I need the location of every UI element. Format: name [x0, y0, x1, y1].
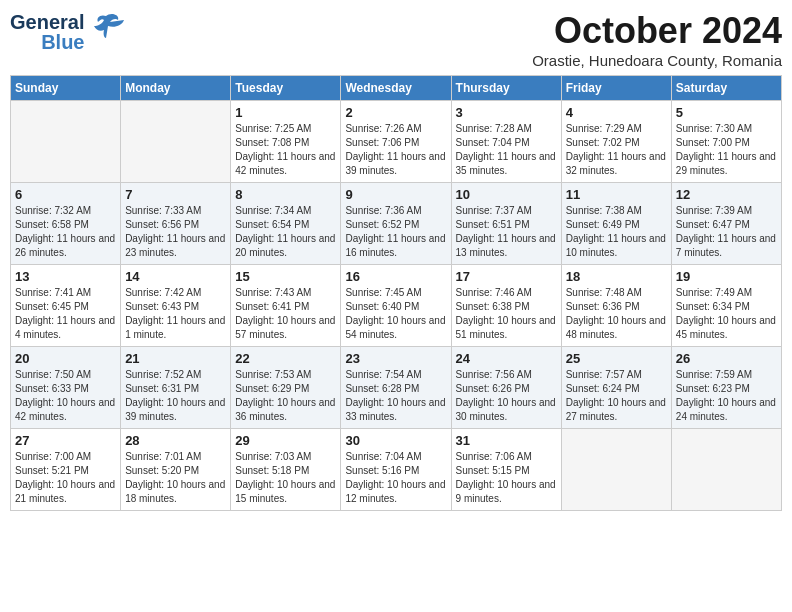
day-cell-12: 12Sunrise: 7:39 AM Sunset: 6:47 PM Dayli…: [671, 183, 781, 265]
day-info: Sunrise: 7:28 AM Sunset: 7:04 PM Dayligh…: [456, 122, 557, 178]
day-info: Sunrise: 7:53 AM Sunset: 6:29 PM Dayligh…: [235, 368, 336, 424]
day-info: Sunrise: 7:59 AM Sunset: 6:23 PM Dayligh…: [676, 368, 777, 424]
header: General Blue October 2024 Orastie, Huned…: [10, 10, 782, 69]
day-number: 29: [235, 433, 336, 448]
day-number: 6: [15, 187, 116, 202]
day-info: Sunrise: 7:30 AM Sunset: 7:00 PM Dayligh…: [676, 122, 777, 178]
day-cell-27: 27Sunrise: 7:00 AM Sunset: 5:21 PM Dayli…: [11, 429, 121, 511]
day-cell-5: 5Sunrise: 7:30 AM Sunset: 7:00 PM Daylig…: [671, 101, 781, 183]
day-cell-8: 8Sunrise: 7:34 AM Sunset: 6:54 PM Daylig…: [231, 183, 341, 265]
col-header-sunday: Sunday: [11, 76, 121, 101]
day-info: Sunrise: 7:00 AM Sunset: 5:21 PM Dayligh…: [15, 450, 116, 506]
day-info: Sunrise: 7:34 AM Sunset: 6:54 PM Dayligh…: [235, 204, 336, 260]
day-cell-6: 6Sunrise: 7:32 AM Sunset: 6:58 PM Daylig…: [11, 183, 121, 265]
day-info: Sunrise: 7:48 AM Sunset: 6:36 PM Dayligh…: [566, 286, 667, 342]
empty-cell: [671, 429, 781, 511]
day-cell-23: 23Sunrise: 7:54 AM Sunset: 6:28 PM Dayli…: [341, 347, 451, 429]
title-area: October 2024 Orastie, Hunedoara County, …: [532, 10, 782, 69]
day-number: 5: [676, 105, 777, 120]
day-info: Sunrise: 7:32 AM Sunset: 6:58 PM Dayligh…: [15, 204, 116, 260]
day-info: Sunrise: 7:43 AM Sunset: 6:41 PM Dayligh…: [235, 286, 336, 342]
week-row-2: 6Sunrise: 7:32 AM Sunset: 6:58 PM Daylig…: [11, 183, 782, 265]
day-info: Sunrise: 7:54 AM Sunset: 6:28 PM Dayligh…: [345, 368, 446, 424]
day-info: Sunrise: 7:50 AM Sunset: 6:33 PM Dayligh…: [15, 368, 116, 424]
day-cell-11: 11Sunrise: 7:38 AM Sunset: 6:49 PM Dayli…: [561, 183, 671, 265]
day-number: 10: [456, 187, 557, 202]
day-info: Sunrise: 7:41 AM Sunset: 6:45 PM Dayligh…: [15, 286, 116, 342]
day-number: 2: [345, 105, 446, 120]
logo-blue: Blue: [41, 32, 84, 52]
day-number: 15: [235, 269, 336, 284]
day-cell-17: 17Sunrise: 7:46 AM Sunset: 6:38 PM Dayli…: [451, 265, 561, 347]
day-cell-22: 22Sunrise: 7:53 AM Sunset: 6:29 PM Dayli…: [231, 347, 341, 429]
day-info: Sunrise: 7:29 AM Sunset: 7:02 PM Dayligh…: [566, 122, 667, 178]
col-header-tuesday: Tuesday: [231, 76, 341, 101]
day-cell-1: 1Sunrise: 7:25 AM Sunset: 7:08 PM Daylig…: [231, 101, 341, 183]
day-number: 14: [125, 269, 226, 284]
day-cell-4: 4Sunrise: 7:29 AM Sunset: 7:02 PM Daylig…: [561, 101, 671, 183]
month-title: October 2024: [532, 10, 782, 52]
day-number: 12: [676, 187, 777, 202]
day-cell-31: 31Sunrise: 7:06 AM Sunset: 5:15 PM Dayli…: [451, 429, 561, 511]
day-info: Sunrise: 7:49 AM Sunset: 6:34 PM Dayligh…: [676, 286, 777, 342]
day-number: 8: [235, 187, 336, 202]
day-info: Sunrise: 7:52 AM Sunset: 6:31 PM Dayligh…: [125, 368, 226, 424]
col-header-wednesday: Wednesday: [341, 76, 451, 101]
day-number: 20: [15, 351, 116, 366]
logo-general: General: [10, 12, 84, 32]
col-header-saturday: Saturday: [671, 76, 781, 101]
calendar-table: SundayMondayTuesdayWednesdayThursdayFrid…: [10, 75, 782, 511]
week-row-1: 1Sunrise: 7:25 AM Sunset: 7:08 PM Daylig…: [11, 101, 782, 183]
day-info: Sunrise: 7:38 AM Sunset: 6:49 PM Dayligh…: [566, 204, 667, 260]
empty-cell: [121, 101, 231, 183]
day-number: 22: [235, 351, 336, 366]
logo: General Blue: [10, 10, 124, 54]
day-number: 31: [456, 433, 557, 448]
empty-cell: [561, 429, 671, 511]
day-info: Sunrise: 7:57 AM Sunset: 6:24 PM Dayligh…: [566, 368, 667, 424]
col-header-thursday: Thursday: [451, 76, 561, 101]
day-number: 4: [566, 105, 667, 120]
day-cell-20: 20Sunrise: 7:50 AM Sunset: 6:33 PM Dayli…: [11, 347, 121, 429]
day-info: Sunrise: 7:06 AM Sunset: 5:15 PM Dayligh…: [456, 450, 557, 506]
day-number: 24: [456, 351, 557, 366]
day-cell-10: 10Sunrise: 7:37 AM Sunset: 6:51 PM Dayli…: [451, 183, 561, 265]
day-cell-9: 9Sunrise: 7:36 AM Sunset: 6:52 PM Daylig…: [341, 183, 451, 265]
day-cell-25: 25Sunrise: 7:57 AM Sunset: 6:24 PM Dayli…: [561, 347, 671, 429]
day-info: Sunrise: 7:45 AM Sunset: 6:40 PM Dayligh…: [345, 286, 446, 342]
day-info: Sunrise: 7:42 AM Sunset: 6:43 PM Dayligh…: [125, 286, 226, 342]
col-header-monday: Monday: [121, 76, 231, 101]
day-number: 26: [676, 351, 777, 366]
header-row: SundayMondayTuesdayWednesdayThursdayFrid…: [11, 76, 782, 101]
day-cell-14: 14Sunrise: 7:42 AM Sunset: 6:43 PM Dayli…: [121, 265, 231, 347]
col-header-friday: Friday: [561, 76, 671, 101]
day-number: 11: [566, 187, 667, 202]
day-cell-3: 3Sunrise: 7:28 AM Sunset: 7:04 PM Daylig…: [451, 101, 561, 183]
day-number: 16: [345, 269, 446, 284]
empty-cell: [11, 101, 121, 183]
day-info: Sunrise: 7:39 AM Sunset: 6:47 PM Dayligh…: [676, 204, 777, 260]
location-title: Orastie, Hunedoara County, Romania: [532, 52, 782, 69]
day-number: 9: [345, 187, 446, 202]
day-info: Sunrise: 7:03 AM Sunset: 5:18 PM Dayligh…: [235, 450, 336, 506]
day-cell-26: 26Sunrise: 7:59 AM Sunset: 6:23 PM Dayli…: [671, 347, 781, 429]
day-cell-15: 15Sunrise: 7:43 AM Sunset: 6:41 PM Dayli…: [231, 265, 341, 347]
logo-bird-icon: [88, 10, 124, 54]
day-number: 3: [456, 105, 557, 120]
week-row-3: 13Sunrise: 7:41 AM Sunset: 6:45 PM Dayli…: [11, 265, 782, 347]
day-cell-28: 28Sunrise: 7:01 AM Sunset: 5:20 PM Dayli…: [121, 429, 231, 511]
day-cell-13: 13Sunrise: 7:41 AM Sunset: 6:45 PM Dayli…: [11, 265, 121, 347]
day-info: Sunrise: 7:04 AM Sunset: 5:16 PM Dayligh…: [345, 450, 446, 506]
day-number: 28: [125, 433, 226, 448]
day-cell-19: 19Sunrise: 7:49 AM Sunset: 6:34 PM Dayli…: [671, 265, 781, 347]
day-info: Sunrise: 7:26 AM Sunset: 7:06 PM Dayligh…: [345, 122, 446, 178]
day-cell-18: 18Sunrise: 7:48 AM Sunset: 6:36 PM Dayli…: [561, 265, 671, 347]
day-info: Sunrise: 7:37 AM Sunset: 6:51 PM Dayligh…: [456, 204, 557, 260]
week-row-5: 27Sunrise: 7:00 AM Sunset: 5:21 PM Dayli…: [11, 429, 782, 511]
day-number: 19: [676, 269, 777, 284]
day-number: 21: [125, 351, 226, 366]
day-info: Sunrise: 7:25 AM Sunset: 7:08 PM Dayligh…: [235, 122, 336, 178]
day-info: Sunrise: 7:46 AM Sunset: 6:38 PM Dayligh…: [456, 286, 557, 342]
day-info: Sunrise: 7:01 AM Sunset: 5:20 PM Dayligh…: [125, 450, 226, 506]
day-cell-21: 21Sunrise: 7:52 AM Sunset: 6:31 PM Dayli…: [121, 347, 231, 429]
